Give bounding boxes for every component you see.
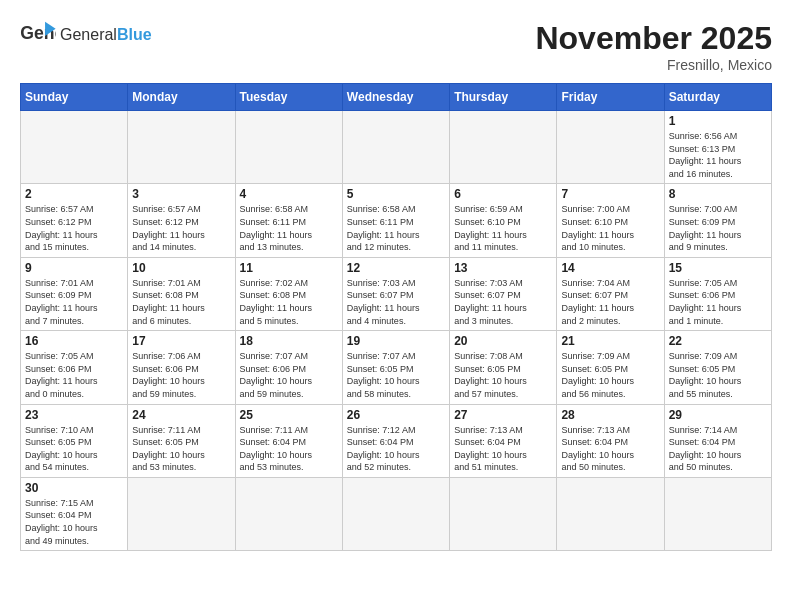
day-info: Sunrise: 7:01 AM Sunset: 6:09 PM Dayligh… (25, 277, 123, 327)
day-header-friday: Friday (557, 84, 664, 111)
calendar-cell (128, 477, 235, 550)
day-info: Sunrise: 7:01 AM Sunset: 6:08 PM Dayligh… (132, 277, 230, 327)
calendar-cell: 7Sunrise: 7:00 AM Sunset: 6:10 PM Daylig… (557, 184, 664, 257)
day-number: 17 (132, 334, 230, 348)
calendar-cell: 27Sunrise: 7:13 AM Sunset: 6:04 PM Dayli… (450, 404, 557, 477)
calendar-week-row: 9Sunrise: 7:01 AM Sunset: 6:09 PM Daylig… (21, 257, 772, 330)
title-block: November 2025 Fresnillo, Mexico (535, 20, 772, 73)
day-info: Sunrise: 7:10 AM Sunset: 6:05 PM Dayligh… (25, 424, 123, 474)
day-number: 5 (347, 187, 445, 201)
logo-blue: Blue (117, 26, 152, 43)
day-info: Sunrise: 7:00 AM Sunset: 6:09 PM Dayligh… (669, 203, 767, 253)
calendar-cell: 2Sunrise: 6:57 AM Sunset: 6:12 PM Daylig… (21, 184, 128, 257)
calendar-cell: 17Sunrise: 7:06 AM Sunset: 6:06 PM Dayli… (128, 331, 235, 404)
calendar-header-row: SundayMondayTuesdayWednesdayThursdayFrid… (21, 84, 772, 111)
day-info: Sunrise: 6:57 AM Sunset: 6:12 PM Dayligh… (25, 203, 123, 253)
day-number: 22 (669, 334, 767, 348)
day-number: 12 (347, 261, 445, 275)
day-number: 28 (561, 408, 659, 422)
calendar-week-row: 2Sunrise: 6:57 AM Sunset: 6:12 PM Daylig… (21, 184, 772, 257)
day-info: Sunrise: 6:58 AM Sunset: 6:11 PM Dayligh… (240, 203, 338, 253)
calendar-cell: 16Sunrise: 7:05 AM Sunset: 6:06 PM Dayli… (21, 331, 128, 404)
calendar-cell: 14Sunrise: 7:04 AM Sunset: 6:07 PM Dayli… (557, 257, 664, 330)
calendar-cell: 28Sunrise: 7:13 AM Sunset: 6:04 PM Dayli… (557, 404, 664, 477)
day-info: Sunrise: 7:11 AM Sunset: 6:04 PM Dayligh… (240, 424, 338, 474)
day-header-thursday: Thursday (450, 84, 557, 111)
day-info: Sunrise: 7:00 AM Sunset: 6:10 PM Dayligh… (561, 203, 659, 253)
day-header-monday: Monday (128, 84, 235, 111)
calendar-cell: 20Sunrise: 7:08 AM Sunset: 6:05 PM Dayli… (450, 331, 557, 404)
day-info: Sunrise: 7:06 AM Sunset: 6:06 PM Dayligh… (132, 350, 230, 400)
day-number: 13 (454, 261, 552, 275)
day-info: Sunrise: 6:59 AM Sunset: 6:10 PM Dayligh… (454, 203, 552, 253)
calendar-cell: 25Sunrise: 7:11 AM Sunset: 6:04 PM Dayli… (235, 404, 342, 477)
calendar-cell: 15Sunrise: 7:05 AM Sunset: 6:06 PM Dayli… (664, 257, 771, 330)
day-number: 2 (25, 187, 123, 201)
calendar-cell: 18Sunrise: 7:07 AM Sunset: 6:06 PM Dayli… (235, 331, 342, 404)
logo: General GeneralBlue (20, 20, 152, 50)
day-info: Sunrise: 7:08 AM Sunset: 6:05 PM Dayligh… (454, 350, 552, 400)
day-header-wednesday: Wednesday (342, 84, 449, 111)
day-info: Sunrise: 7:07 AM Sunset: 6:05 PM Dayligh… (347, 350, 445, 400)
calendar-cell: 4Sunrise: 6:58 AM Sunset: 6:11 PM Daylig… (235, 184, 342, 257)
day-number: 11 (240, 261, 338, 275)
day-info: Sunrise: 7:03 AM Sunset: 6:07 PM Dayligh… (347, 277, 445, 327)
calendar-cell (450, 477, 557, 550)
day-info: Sunrise: 7:07 AM Sunset: 6:06 PM Dayligh… (240, 350, 338, 400)
calendar-cell: 9Sunrise: 7:01 AM Sunset: 6:09 PM Daylig… (21, 257, 128, 330)
calendar-cell: 11Sunrise: 7:02 AM Sunset: 6:08 PM Dayli… (235, 257, 342, 330)
calendar-cell: 24Sunrise: 7:11 AM Sunset: 6:05 PM Dayli… (128, 404, 235, 477)
calendar-cell (557, 477, 664, 550)
day-info: Sunrise: 7:12 AM Sunset: 6:04 PM Dayligh… (347, 424, 445, 474)
calendar-cell: 30Sunrise: 7:15 AM Sunset: 6:04 PM Dayli… (21, 477, 128, 550)
day-info: Sunrise: 7:14 AM Sunset: 6:04 PM Dayligh… (669, 424, 767, 474)
calendar-cell (235, 477, 342, 550)
day-info: Sunrise: 7:02 AM Sunset: 6:08 PM Dayligh… (240, 277, 338, 327)
calendar-cell: 19Sunrise: 7:07 AM Sunset: 6:05 PM Dayli… (342, 331, 449, 404)
day-info: Sunrise: 7:04 AM Sunset: 6:07 PM Dayligh… (561, 277, 659, 327)
day-number: 6 (454, 187, 552, 201)
day-number: 1 (669, 114, 767, 128)
day-number: 29 (669, 408, 767, 422)
day-info: Sunrise: 6:56 AM Sunset: 6:13 PM Dayligh… (669, 130, 767, 180)
day-number: 21 (561, 334, 659, 348)
month-title: November 2025 (535, 20, 772, 57)
day-number: 30 (25, 481, 123, 495)
calendar-cell: 22Sunrise: 7:09 AM Sunset: 6:05 PM Dayli… (664, 331, 771, 404)
calendar-table: SundayMondayTuesdayWednesdayThursdayFrid… (20, 83, 772, 551)
day-number: 16 (25, 334, 123, 348)
calendar-week-row: 16Sunrise: 7:05 AM Sunset: 6:06 PM Dayli… (21, 331, 772, 404)
calendar-cell (342, 477, 449, 550)
day-info: Sunrise: 7:11 AM Sunset: 6:05 PM Dayligh… (132, 424, 230, 474)
calendar-cell: 6Sunrise: 6:59 AM Sunset: 6:10 PM Daylig… (450, 184, 557, 257)
day-info: Sunrise: 7:03 AM Sunset: 6:07 PM Dayligh… (454, 277, 552, 327)
day-info: Sunrise: 6:58 AM Sunset: 6:11 PM Dayligh… (347, 203, 445, 253)
logo-icon: General (20, 20, 56, 50)
day-info: Sunrise: 6:57 AM Sunset: 6:12 PM Dayligh… (132, 203, 230, 253)
calendar-cell (342, 111, 449, 184)
calendar-cell (235, 111, 342, 184)
day-number: 9 (25, 261, 123, 275)
day-header-saturday: Saturday (664, 84, 771, 111)
calendar-cell (557, 111, 664, 184)
day-number: 18 (240, 334, 338, 348)
day-number: 15 (669, 261, 767, 275)
day-number: 14 (561, 261, 659, 275)
calendar-cell: 8Sunrise: 7:00 AM Sunset: 6:09 PM Daylig… (664, 184, 771, 257)
logo-general: General (60, 26, 117, 43)
day-number: 24 (132, 408, 230, 422)
calendar-week-row: 30Sunrise: 7:15 AM Sunset: 6:04 PM Dayli… (21, 477, 772, 550)
day-info: Sunrise: 7:13 AM Sunset: 6:04 PM Dayligh… (561, 424, 659, 474)
day-number: 20 (454, 334, 552, 348)
day-info: Sunrise: 7:09 AM Sunset: 6:05 PM Dayligh… (561, 350, 659, 400)
calendar-cell (664, 477, 771, 550)
day-number: 3 (132, 187, 230, 201)
day-number: 7 (561, 187, 659, 201)
day-number: 8 (669, 187, 767, 201)
day-number: 19 (347, 334, 445, 348)
day-number: 27 (454, 408, 552, 422)
day-number: 10 (132, 261, 230, 275)
day-number: 23 (25, 408, 123, 422)
calendar-cell: 12Sunrise: 7:03 AM Sunset: 6:07 PM Dayli… (342, 257, 449, 330)
calendar-week-row: 23Sunrise: 7:10 AM Sunset: 6:05 PM Dayli… (21, 404, 772, 477)
